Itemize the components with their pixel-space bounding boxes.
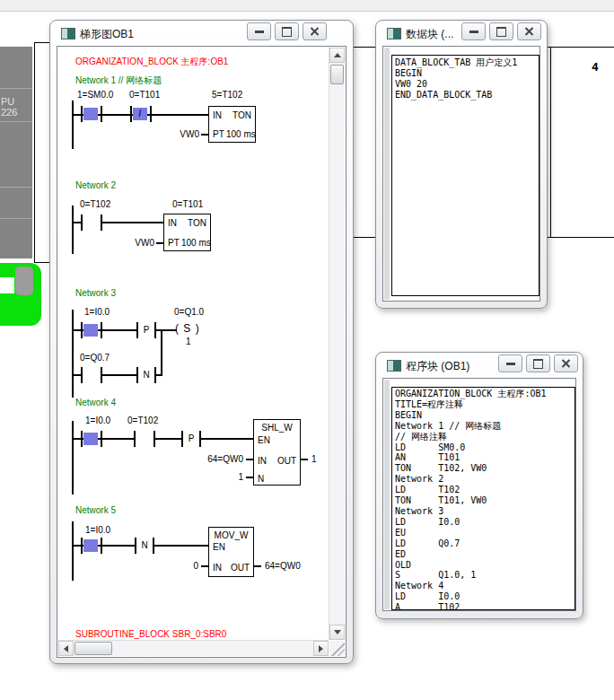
contact-energized[interactable]	[83, 108, 98, 120]
wire	[156, 242, 163, 244]
code-line: EU	[395, 528, 575, 538]
code-line: AN T101	[395, 452, 575, 463]
wire	[102, 374, 136, 376]
wire	[301, 459, 308, 460]
close-button[interactable]	[303, 22, 327, 40]
vertical-scrollbar[interactable]	[329, 48, 345, 640]
wire	[201, 565, 208, 567]
scroll-right-button[interactable]	[313, 641, 329, 656]
ton-box[interactable]: IN TON PT 100 ms	[208, 106, 256, 143]
code-line: ED	[395, 549, 575, 560]
shl-w-box[interactable]: SHL_W EN IN OUT N	[253, 419, 301, 486]
ladder-canvas: ORGANIZATION_BLOCK 主程序:OB1 Network 1 // …	[58, 48, 329, 640]
datablock-text[interactable]: DATA_BLOCK_TAB 用户定义1 BEGIN VW0 20 END_DA…	[391, 55, 539, 296]
code-line: END_DATA_BLOCK_TAB	[395, 90, 539, 101]
program-editor: ORGANIZATION_BLOCK 主程序:OB1 TITLE=程序注释 BE…	[382, 378, 576, 611]
operand-label: 1=SM0.0	[77, 90, 113, 100]
contact-bar	[81, 106, 83, 122]
box-pin-label: IN	[258, 456, 267, 466]
horizontal-scroll-thumb[interactable]	[75, 642, 112, 655]
set-coil[interactable]: ( S )	[175, 323, 200, 335]
operand-label: 1	[311, 454, 317, 464]
minimize-button[interactable]	[498, 354, 522, 372]
operand-label: 1	[224, 472, 243, 482]
contact-bar	[130, 106, 132, 122]
ton-box[interactable]: IN TON PT 100 ms	[163, 214, 211, 251]
restore-button[interactable]	[489, 22, 513, 40]
box-pin-label: IN	[213, 563, 222, 573]
editor-gutter	[384, 48, 390, 300]
arrow-right-icon	[319, 645, 323, 652]
positive-edge-contact[interactable]: P	[138, 325, 154, 336]
program-window-controls	[498, 354, 578, 372]
code-line: S Q1.0, 1	[395, 570, 575, 581]
contact-energized[interactable]	[83, 433, 98, 445]
arrow-left-icon	[64, 645, 68, 652]
wire	[154, 545, 208, 547]
contact-nc-energized[interactable]: /	[133, 108, 147, 120]
wire	[246, 459, 253, 460]
operand-label: 1=I0.0	[85, 416, 110, 425]
code-line: TON T102, VW0	[395, 463, 575, 474]
contact-energized[interactable]	[83, 324, 98, 337]
contact-bar	[101, 538, 102, 554]
panel-divider	[0, 187, 32, 188]
network-1-label: Network 1 // 网络标题	[75, 75, 162, 85]
restore-icon	[533, 359, 543, 369]
resize-grip[interactable]	[329, 641, 345, 656]
minimize-button[interactable]	[247, 22, 271, 40]
contact-energized[interactable]	[83, 539, 98, 552]
code-line: LD I0.0	[395, 591, 575, 602]
datablock-window: 数据块 (... DATA_BLOCK_TAB 用户定义1 BEGIN VW0 …	[375, 20, 548, 309]
box-pin-label: PT	[213, 129, 224, 139]
operand-label: 0=Q1.0	[174, 307, 204, 317]
box-time-label: 100 ms	[181, 238, 211, 248]
horizontal-scrollbar[interactable]	[58, 640, 329, 656]
editor-gutter	[384, 380, 390, 609]
window-icon	[61, 28, 75, 39]
datablock-window-controls	[461, 22, 541, 40]
operand-label: 0=T102	[80, 199, 110, 209]
contact-bar	[154, 322, 156, 338]
contact-bar	[81, 367, 83, 383]
contact-bar	[154, 367, 156, 383]
wire	[254, 565, 261, 567]
negative-edge-contact[interactable]: N	[138, 370, 154, 381]
close-button[interactable]	[517, 22, 541, 40]
restore-button[interactable]	[526, 354, 550, 372]
program-window-title: 程序块 (OB1)	[406, 359, 469, 374]
wire	[156, 329, 177, 331]
network-2-label: Network 2	[75, 180, 116, 190]
restore-icon	[496, 27, 506, 37]
scroll-down-button[interactable]	[329, 625, 345, 640]
negative-edge-contact[interactable]: N	[136, 540, 153, 551]
box-title: MOV_W	[209, 530, 253, 540]
window-icon	[387, 360, 401, 372]
contact-bar	[101, 322, 102, 338]
restore-button[interactable]	[275, 22, 299, 40]
program-text[interactable]: ORGANIZATION_BLOCK 主程序:OB1 TITLE=程序注释 BE…	[391, 387, 575, 610]
minimize-button[interactable]	[461, 22, 486, 40]
close-icon	[524, 27, 534, 36]
code-line: Network 1 // 网络标题	[395, 421, 575, 432]
wire	[156, 374, 162, 376]
contact-bar	[199, 431, 201, 447]
operand-label: 0=Q0.7	[80, 353, 110, 363]
scroll-up-button[interactable]	[329, 48, 345, 63]
network-3-label: Network 3	[75, 288, 116, 298]
operand-label: 0=T102	[127, 416, 158, 425]
vertical-scroll-thumb[interactable]	[330, 65, 344, 84]
scroll-left-button[interactable]	[58, 641, 74, 656]
plug-notch	[0, 277, 14, 293]
code-line: LD I0.0	[395, 517, 575, 528]
window-icon	[387, 28, 401, 39]
code-line: Network 4	[395, 581, 575, 591]
operand-label: 5=T102	[212, 90, 242, 100]
positive-edge-contact[interactable]: P	[183, 433, 199, 444]
branch-wire	[161, 329, 162, 376]
ladder-editor[interactable]: ORGANIZATION_BLOCK 主程序:OB1 Network 1 // …	[57, 46, 346, 658]
code-line: A T102	[395, 602, 575, 610]
box-type-label: TON	[188, 218, 206, 228]
mov-w-box[interactable]: MOV_W EN IN OUT	[208, 527, 254, 577]
close-button[interactable]	[554, 354, 578, 372]
